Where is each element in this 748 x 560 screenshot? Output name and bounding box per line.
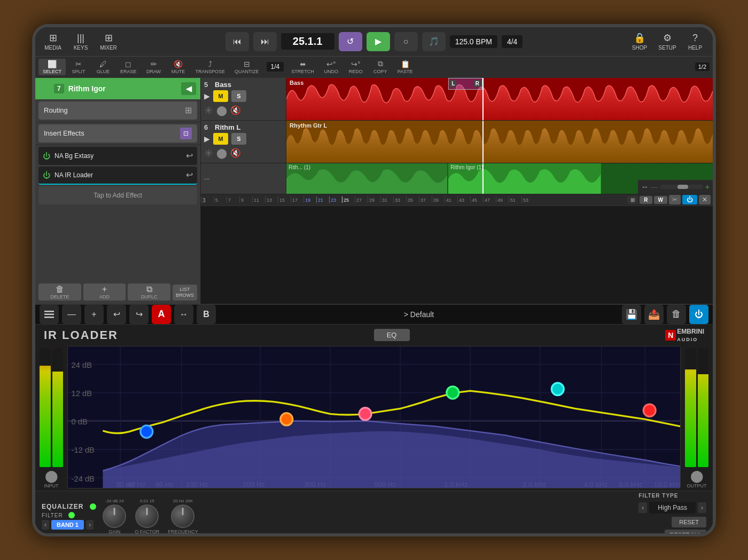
draw-tool[interactable]: ✏ DRAW — [142, 59, 166, 75]
zoom-in-icon[interactable]: + — [705, 183, 710, 191]
track-number-badge: 7 — [54, 84, 64, 93]
metronome-button[interactable]: 🎵 — [422, 32, 446, 51]
effect1-edit-button[interactable]: ↩ — [186, 151, 193, 161]
plugin-a-button[interactable]: A — [152, 305, 171, 324]
rhythm-vol-knob[interactable]: ⬤ — [216, 147, 227, 159]
undo-tool[interactable]: ↩° UNDO — [320, 59, 343, 75]
resize-icon[interactable]: ↔ — [641, 183, 649, 191]
stretch-tool[interactable]: ⬌ STRETCH — [287, 59, 318, 75]
effect1-power-button[interactable]: ⏻ — [43, 152, 50, 160]
q-factor-label: Q FACTOR — [135, 529, 159, 534]
frequency-knob[interactable] — [171, 504, 194, 528]
plugin-minus-button[interactable]: — — [62, 305, 81, 324]
gain-knob[interactable] — [103, 504, 126, 528]
time-sig-display[interactable]: 4/4 — [502, 35, 523, 48]
glue-tool[interactable]: 🖊 GLUE — [91, 59, 115, 75]
input-knob[interactable]: ⬤ — [45, 469, 58, 483]
transpose-tool[interactable]: ⤴ TRANSPOSE — [191, 59, 230, 75]
plugin-undo-button[interactable]: ↩ — [107, 305, 126, 324]
q-factor-knob[interactable] — [135, 504, 159, 528]
reset-button[interactable]: RESET — [672, 517, 706, 527]
routing-button[interactable]: Routing ⊞ — [38, 101, 197, 120]
effect-item-1[interactable]: ⏻ NA Bg Extasy ↩ — [38, 147, 197, 165]
plugin-power-button[interactable]: ⏻ — [689, 305, 708, 324]
plugin-menu-button[interactable] — [40, 305, 59, 324]
mixer-button[interactable]: ⊞ MIXER — [95, 30, 122, 53]
rewind-button[interactable]: ⏮ — [225, 32, 249, 51]
eq-tab-button[interactable]: EQ — [374, 329, 410, 341]
paste-tool[interactable]: 📋 PASTE — [393, 59, 417, 75]
band-row: ‹ BAND 1 › — [42, 520, 96, 530]
quantize-value[interactable]: 1/4 — [267, 62, 284, 72]
bass-solo-button[interactable]: S — [231, 90, 246, 102]
plugin-load-button[interactable]: 📤 — [644, 305, 664, 324]
plugin-save-button[interactable]: 💾 — [622, 305, 641, 324]
rhythm-mute-button[interactable]: M — [213, 133, 228, 145]
duplicate-button[interactable]: ⧉ DUPLC — [128, 283, 170, 301]
delete-button[interactable]: 🗑 DELETE — [38, 283, 81, 301]
svg-point-39 — [643, 404, 656, 416]
w-mode-button[interactable]: W — [654, 196, 667, 204]
insert-effects-button[interactable]: Insert Effects ⊡ — [38, 124, 197, 143]
track-collapse-button[interactable]: ◀ — [181, 82, 196, 95]
scroll-thumb[interactable] — [677, 185, 688, 189]
igor-track-controls: — — [201, 163, 286, 194]
select-tool[interactable]: ⬜ SELECT — [38, 59, 66, 75]
add-effect-button[interactable]: Tap to Add Effect — [38, 186, 197, 204]
effect-item-2[interactable]: ⏻ NA IR Loader ↩ — [38, 167, 197, 185]
bass-play-button[interactable]: ▶ — [204, 92, 210, 100]
record-button[interactable]: ○ — [394, 32, 418, 51]
setup-button[interactable]: ⚙ SETUP — [654, 30, 681, 53]
selection-region[interactable]: L R — [448, 78, 482, 90]
erase-tool[interactable]: ◻ ERASE — [116, 59, 141, 75]
fit-view-button[interactable]: ⊞ — [627, 196, 638, 204]
forward-button[interactable]: ⏭ — [253, 32, 277, 51]
plugin-b-button[interactable]: B — [197, 305, 216, 324]
play-button[interactable]: ▶ — [367, 32, 390, 51]
igor-clip-2[interactable]: Rithm Igor (1) — [448, 163, 602, 194]
eq-controls-bar: EQUALIZER FILTER ‹ BAND 1 › — [35, 491, 713, 536]
bass-vol-knob[interactable]: ⬤ — [216, 105, 227, 116]
copy-tool[interactable]: ⧉ COPY — [369, 58, 392, 75]
bpm-display[interactable]: 125.0 BPM — [450, 35, 497, 48]
plugin-plus-button[interactable]: + — [84, 305, 104, 324]
loop-button[interactable]: ↺ — [339, 32, 362, 51]
split-tool[interactable]: ✂ SPLIT — [67, 59, 90, 75]
plugin-arrow-button[interactable]: ↔ — [174, 305, 193, 324]
eq-graph[interactable]: 24 dB 12 dB 0 dB -12 dB -24 dB 30 Hz 40 … — [67, 346, 681, 489]
effect2-power-button[interactable]: ⏻ — [43, 171, 50, 179]
rhythm-play-button[interactable]: ▶ — [204, 135, 210, 143]
plugin-redo-button[interactable]: ↪ — [129, 305, 149, 324]
keys-button[interactable]: ||| KEYS — [67, 30, 94, 53]
effect2-edit-button[interactable]: ↩ — [186, 170, 193, 180]
filter-type-next-button[interactable]: › — [698, 502, 706, 513]
bass-track-name: Bass — [215, 81, 231, 89]
plugin-delete-button[interactable]: 🗑 — [667, 305, 686, 324]
band-prev-button[interactable]: ‹ — [42, 520, 49, 530]
band-next-button[interactable]: › — [86, 520, 94, 530]
add-button[interactable]: + ADD — [83, 283, 126, 301]
fraction-display[interactable]: 1/2 — [695, 62, 710, 71]
igor-clip-1[interactable]: Rith... (1) — [286, 163, 448, 194]
tools-button[interactable]: ✂ — [669, 195, 681, 204]
media-button[interactable]: ⊞ MEDIA — [40, 30, 66, 53]
svg-point-36 — [359, 407, 371, 420]
redo-tool[interactable]: ↪° REDO — [344, 59, 368, 75]
power-mode-button[interactable]: ⏻ — [682, 195, 697, 204]
reset-all-button[interactable]: RESET ALL — [665, 530, 707, 537]
bass-mute-button[interactable]: M — [213, 90, 228, 102]
r-mode-button[interactable]: R — [640, 196, 652, 204]
right-meter-bars — [685, 346, 708, 470]
igor-playhead — [482, 163, 484, 194]
scroll-track[interactable] — [660, 185, 703, 189]
help-button[interactable]: ? HELP — [682, 30, 708, 53]
shop-button[interactable]: 🔒 SHOP — [626, 30, 653, 53]
left-meter-bar-2 — [52, 348, 64, 468]
close-overlay-button[interactable]: ✕ — [699, 195, 711, 204]
mute-tool[interactable]: 🔇 MUTE — [167, 59, 190, 75]
rhythm-solo-button[interactable]: S — [231, 133, 246, 145]
filter-type-prev-button[interactable]: ‹ — [638, 502, 647, 513]
quantize-tool[interactable]: ⊟ QUANTIZE — [230, 59, 263, 75]
output-knob[interactable]: ⬤ — [690, 469, 704, 483]
list-browse-button[interactable]: LIST BROWS — [173, 285, 197, 301]
